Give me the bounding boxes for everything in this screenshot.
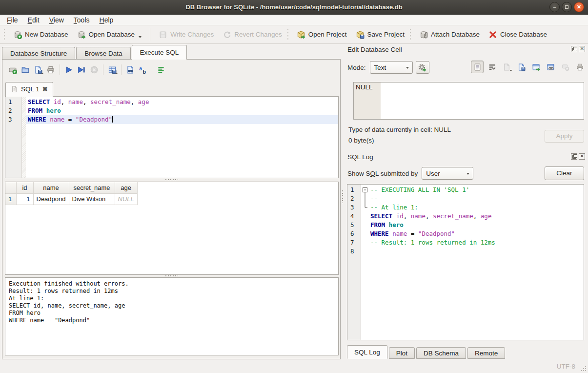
save-project-button[interactable]: Save Project xyxy=(351,28,409,41)
open-project-button[interactable]: Open Project xyxy=(292,28,351,41)
save-results-button[interactable] xyxy=(106,63,119,76)
tab-sql-1[interactable]: SQL 1 ✖ xyxy=(5,82,53,97)
editor-fold-margin xyxy=(22,97,26,178)
print-sql-button[interactable] xyxy=(44,63,57,76)
toolbar-separator xyxy=(60,64,60,75)
cell-id[interactable]: 1 xyxy=(16,193,33,205)
execute-icon xyxy=(64,65,73,74)
open-database-button[interactable]: Open Database xyxy=(73,28,146,41)
sql-tab-label: SQL 1 xyxy=(21,85,40,93)
column-header-name[interactable]: name xyxy=(33,182,69,193)
menu-file[interactable]: File xyxy=(2,15,23,25)
cell-age[interactable]: NULL xyxy=(115,193,137,205)
attach-database-label: Attach Database xyxy=(431,31,480,38)
execute-line-icon xyxy=(77,65,86,74)
revert-changes-icon xyxy=(223,30,231,39)
edit-cell-dock-buttons xyxy=(571,46,585,52)
fold-end-icon xyxy=(361,203,368,212)
replace-icon: ab xyxy=(139,65,147,74)
dock-tab-plot[interactable]: Plot xyxy=(389,347,415,359)
new-sql-tab-button[interactable] xyxy=(6,63,19,76)
save-sql-file-button[interactable] xyxy=(32,63,44,76)
find-replace-button[interactable]: ab xyxy=(137,63,149,76)
clear-log-button[interactable]: Clear xyxy=(545,166,584,180)
sql-log-view[interactable]: 12345678 -- EXECUTING ALL IN 'SQL 1'----… xyxy=(347,184,584,340)
close-dock-icon[interactable] xyxy=(579,46,585,52)
tab-browse-data[interactable]: Browse Data xyxy=(76,47,130,60)
column-header-id[interactable]: id xyxy=(16,182,33,193)
menubar: FileEditViewToolsHelp xyxy=(0,15,588,25)
close-icon[interactable]: ✕ xyxy=(574,2,584,12)
menu-view[interactable]: View xyxy=(44,15,69,25)
message-line: SELECT id, name, secret_name, age xyxy=(9,302,335,310)
log-filter-combobox[interactable]: User xyxy=(422,167,473,180)
cell-secret_name[interactable]: Dive Wilson xyxy=(69,193,115,205)
print-icon xyxy=(576,63,584,71)
export-data-button[interactable] xyxy=(515,61,527,73)
close-tab-icon[interactable]: ✖ xyxy=(42,85,48,93)
dock-tab-db-schema[interactable]: DB Schema xyxy=(416,347,466,359)
revert-changes-button: Revert Changes xyxy=(218,28,286,41)
maximize-icon[interactable] xyxy=(562,2,572,12)
results-table: idnamesecret_nameage11DeadpondDive Wilso… xyxy=(5,182,138,205)
tab-execute-sql[interactable]: Execute SQL xyxy=(132,45,187,60)
line-number: 3 xyxy=(5,115,21,124)
text-mode-button[interactable] xyxy=(471,61,484,73)
copy-link-button[interactable] xyxy=(544,61,557,73)
column-header-secret_name[interactable]: secret_name xyxy=(69,182,115,193)
line-number: 5 xyxy=(347,221,361,229)
write-changes-button: Write Changes xyxy=(154,28,218,41)
menu-help[interactable]: Help xyxy=(95,15,119,25)
chevron-down-icon xyxy=(466,173,469,175)
print-cell-button[interactable] xyxy=(573,61,586,73)
minimize-icon[interactable]: – xyxy=(549,2,560,12)
find-button[interactable] xyxy=(124,63,137,76)
word-wrap-button[interactable] xyxy=(486,61,498,73)
float-dock-icon[interactable] xyxy=(571,153,577,160)
column-header-age[interactable]: age xyxy=(115,182,137,193)
close-database-button[interactable]: Close Database xyxy=(484,28,551,41)
menu-edit[interactable]: Edit xyxy=(23,15,44,25)
cell-value-editor[interactable]: NULL xyxy=(353,82,584,120)
doc-text-icon xyxy=(473,63,482,71)
mode-combobox[interactable]: Text xyxy=(370,61,413,74)
tab-database-structure[interactable]: Database Structure xyxy=(2,47,75,60)
line-number: 3 xyxy=(347,203,361,212)
log-filter-value: User xyxy=(426,170,440,177)
resize-grip[interactable] xyxy=(581,366,587,372)
auto-switch-mode-button[interactable] xyxy=(416,61,429,74)
row-number: 1 xyxy=(5,193,16,205)
edit-cell-title: Edit Database Cell xyxy=(347,46,402,53)
db-open-icon xyxy=(77,30,86,39)
panel-splitter[interactable] xyxy=(341,44,345,360)
attach-database-button[interactable]: Attach Database xyxy=(415,28,484,41)
import-data-button xyxy=(500,61,513,73)
fold-spacer xyxy=(361,229,368,238)
db-new-icon xyxy=(13,30,22,39)
cell-name[interactable]: Deadpond xyxy=(33,193,69,205)
chevron-down-icon xyxy=(41,73,44,74)
new-sql-tab-icon xyxy=(8,65,17,74)
text-cursor xyxy=(112,116,113,123)
float-dock-icon[interactable] xyxy=(571,46,577,52)
execute-current-line-button[interactable] xyxy=(75,63,88,76)
dock-tab-sql-log[interactable]: SQL Log xyxy=(347,345,387,359)
left-panel: Database StructureBrowse DataExecute SQL… xyxy=(0,44,344,360)
sql-editor[interactable]: 123 SELECT id, name, secret_name, ageFRO… xyxy=(5,96,339,178)
fold-spacer xyxy=(361,247,368,256)
execute-all-button[interactable] xyxy=(62,63,75,76)
dock-tab-remote[interactable]: Remote xyxy=(467,347,505,359)
close-dock-icon[interactable] xyxy=(579,153,585,160)
open-sql-icon xyxy=(21,65,30,74)
editor-results-splitter[interactable] xyxy=(5,178,339,181)
auto-format-button[interactable] xyxy=(155,63,167,76)
line-number: 2 xyxy=(5,106,21,115)
menu-tools[interactable]: Tools xyxy=(69,15,95,25)
open-sql-file-button[interactable] xyxy=(19,63,32,76)
code-line-7: -- Result: 1 rows returned in 12ms xyxy=(368,238,584,247)
open-in-external-app-button[interactable] xyxy=(529,61,542,73)
code-line-6: WHERE name = "Deadpond" xyxy=(368,229,584,238)
new-database-button[interactable]: New Database xyxy=(9,28,73,41)
fold-start-icon[interactable] xyxy=(361,186,368,194)
log-filter-label: Show SQL submitted by xyxy=(347,170,418,177)
